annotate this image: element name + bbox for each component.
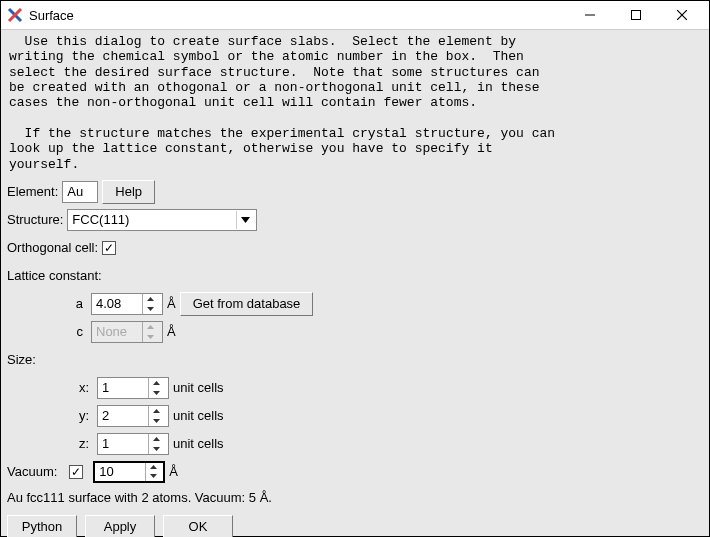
size-x-row: x: unit cells [7,376,703,400]
content-area: Use this dialog to create surface slabs.… [1,30,709,537]
svg-marker-11 [153,381,160,385]
size-x-label: x: [7,380,93,395]
structure-row: Structure: FCC(111) [7,208,703,232]
spin-down-icon[interactable] [149,416,164,426]
spin-buttons [148,434,164,454]
lattice-a-label: a [7,296,87,311]
spin-down-icon[interactable] [143,304,158,314]
svg-marker-8 [147,307,154,311]
element-input[interactable] [62,181,98,203]
spin-up-icon[interactable] [149,378,164,388]
size-x-unit: unit cells [173,380,224,395]
spin-down-icon[interactable] [149,388,164,398]
structure-select[interactable]: FCC(111) [67,209,257,231]
size-y-spinbox[interactable] [97,405,169,427]
svg-marker-17 [150,465,157,469]
svg-marker-15 [153,437,160,441]
spin-down-icon[interactable] [146,472,161,481]
vacuum-input[interactable] [95,463,145,481]
orthogonal-checkbox[interactable] [102,241,116,255]
lattice-a-input[interactable] [92,294,142,314]
vacuum-unit: Å [169,464,178,479]
spin-up-icon[interactable] [149,434,164,444]
spin-buttons [142,294,158,314]
size-x-spinbox[interactable] [97,377,169,399]
orthogonal-label: Orthogonal cell: [7,240,98,255]
spin-up-icon[interactable] [149,406,164,416]
svg-marker-16 [153,447,160,451]
spin-buttons [145,463,161,481]
lattice-a-unit: Å [167,296,176,311]
help-button[interactable]: Help [102,180,155,204]
size-z-row: z: unit cells [7,432,703,456]
close-button[interactable] [659,1,705,29]
lattice-a-row: a Å Get from database [7,292,703,316]
size-x-input[interactable] [98,378,148,398]
size-y-input[interactable] [98,406,148,426]
svg-marker-9 [147,325,154,329]
button-bar: Python Apply OK [7,511,703,537]
svg-marker-10 [147,335,154,339]
svg-marker-7 [147,297,154,301]
titlebar: Surface [1,1,709,30]
python-button[interactable]: Python [7,515,77,537]
svg-marker-12 [153,391,160,395]
spin-down-icon [143,332,158,342]
lattice-c-unit: Å [167,324,176,339]
chevron-down-icon [236,211,254,229]
get-from-database-button[interactable]: Get from database [180,292,314,316]
maximize-button[interactable] [613,1,659,29]
size-y-row: y: unit cells [7,404,703,428]
size-z-input[interactable] [98,434,148,454]
lattice-label: Lattice constant: [7,268,102,283]
svg-marker-14 [153,419,160,423]
svg-marker-6 [241,217,250,223]
svg-marker-13 [153,409,160,413]
lattice-c-label: c [7,324,87,339]
svg-rect-3 [632,11,641,20]
spin-down-icon[interactable] [149,444,164,454]
spin-up-icon[interactable] [146,463,161,472]
spin-up-icon [143,322,158,332]
spin-buttons [148,406,164,426]
minimize-button[interactable] [567,1,613,29]
spin-buttons [148,378,164,398]
svg-line-4 [677,10,687,20]
lattice-c-spinbox [91,321,163,343]
element-row: Element: Help [7,180,703,204]
status-text: Au fcc111 surface with 2 atoms. Vacuum: … [7,488,703,507]
size-label: Size: [7,352,36,367]
app-icon [7,7,23,23]
size-y-unit: unit cells [173,408,224,423]
lattice-a-spinbox[interactable] [91,293,163,315]
lattice-c-row: c Å [7,320,703,344]
ok-button[interactable]: OK [163,515,233,537]
window: Surface Use this dialog to create surfac… [0,0,710,537]
orthogonal-row: Orthogonal cell: [7,236,703,260]
svg-line-5 [677,10,687,20]
lattice-c-input [92,322,142,342]
svg-marker-18 [150,474,157,478]
spin-buttons [142,322,158,342]
window-buttons [567,1,705,29]
vacuum-row: Vacuum: Å [7,460,703,484]
size-heading-row: Size: [7,348,703,372]
vacuum-label: Vacuum: [7,464,57,479]
spin-up-icon[interactable] [143,294,158,304]
structure-value: FCC(111) [72,212,236,227]
size-z-unit: unit cells [173,436,224,451]
structure-label: Structure: [7,212,63,227]
window-title: Surface [29,8,567,23]
element-label: Element: [7,184,58,199]
apply-button[interactable]: Apply [85,515,155,537]
lattice-heading-row: Lattice constant: [7,264,703,288]
size-z-label: z: [7,436,93,451]
size-y-label: y: [7,408,93,423]
vacuum-checkbox[interactable] [69,465,83,479]
vacuum-spinbox[interactable] [93,461,165,483]
help-text: Use this dialog to create surface slabs.… [7,32,703,176]
size-z-spinbox[interactable] [97,433,169,455]
